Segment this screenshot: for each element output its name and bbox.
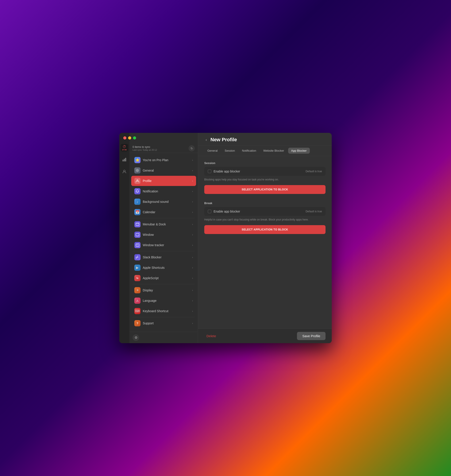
sidebar-label-pro: You're on Pro Plan bbox=[143, 158, 192, 162]
sidebar-item-menubar[interactable]: Menubar & Dock › bbox=[131, 219, 196, 229]
sidebar-item-window[interactable]: Window › bbox=[131, 230, 196, 240]
close-button[interactable] bbox=[123, 136, 126, 140]
sidebar-label-slack: Slack Blocker bbox=[143, 255, 192, 259]
sidebar-item-calendar[interactable]: 📅 Calendar › bbox=[131, 207, 196, 217]
stats-icon[interactable] bbox=[121, 156, 128, 163]
menubar-icon bbox=[134, 221, 141, 227]
sidebar-item-support[interactable]: ? Support › bbox=[131, 318, 196, 328]
timer-clock-icon: ⏱ bbox=[123, 145, 126, 149]
sidebar-label-bg-sound: Background sound bbox=[143, 200, 192, 203]
sidebar-item-notification[interactable]: Notification › bbox=[131, 186, 196, 196]
sidebar-label-general: General bbox=[143, 169, 192, 172]
session-section: Session Enable app blocker Default is tr… bbox=[204, 161, 326, 199]
session-select-app-button[interactable]: SELECT APPLICATION TO BLOCK bbox=[204, 185, 326, 194]
svg-point-4 bbox=[137, 170, 138, 171]
sidebar-item-display[interactable]: ☀ Display › bbox=[131, 285, 196, 295]
app-window: ⏱ 27:58 0 items t bbox=[119, 133, 332, 343]
maximize-button[interactable] bbox=[133, 136, 136, 140]
divider-1 bbox=[132, 218, 195, 218]
chevron-icon: › bbox=[192, 244, 193, 246]
traffic-lights bbox=[123, 136, 136, 140]
session-toggle-label: Enable app blocker bbox=[213, 170, 306, 173]
sidebar-item-profile[interactable]: Profile › bbox=[131, 176, 196, 186]
divider-4 bbox=[132, 317, 195, 317]
sidebar-label-support: Support bbox=[143, 322, 192, 325]
minimize-button[interactable] bbox=[128, 136, 131, 140]
back-button[interactable]: ‹ bbox=[204, 137, 208, 143]
sidebar-item-slack[interactable]: Slack Blocker › bbox=[131, 252, 196, 262]
sidebar-list: ⭐ You're on Pro Plan › General › bbox=[129, 154, 198, 332]
chevron-icon: › bbox=[192, 256, 193, 259]
chevron-icon: › bbox=[192, 289, 193, 292]
break-enable-checkbox[interactable] bbox=[208, 210, 211, 213]
svg-rect-11 bbox=[136, 257, 137, 258]
settings-button[interactable]: ⚙ bbox=[132, 334, 139, 341]
sidebar-label-window-tracker: Window tracker bbox=[143, 243, 192, 247]
chevron-icon: › bbox=[192, 299, 193, 302]
sidebar-label-applescript: AppleScript bbox=[143, 276, 192, 280]
tab-notification[interactable]: Notification bbox=[239, 148, 259, 154]
star-icon: ⭐ bbox=[134, 157, 141, 163]
sidebar-label-window: Window bbox=[143, 233, 192, 236]
main-content: ‹ New Profile General Session Notificati… bbox=[198, 133, 332, 343]
keyboard-icon: ⌨ bbox=[134, 308, 141, 314]
sidebar-item-background-sound[interactable]: ♪ Background sound › bbox=[131, 197, 196, 207]
sidebar-label-shortcuts: Apple Shortcuts bbox=[143, 266, 192, 269]
svg-rect-13 bbox=[136, 258, 137, 259]
break-helper-text: Helpful in case you can't stop focusing … bbox=[204, 218, 326, 222]
sidebar-label-language: Language bbox=[143, 299, 192, 302]
sidebar-label-calendar: Calendar bbox=[143, 210, 192, 214]
svg-rect-12 bbox=[137, 257, 138, 258]
tracker-icon bbox=[134, 242, 141, 248]
svg-rect-6 bbox=[136, 223, 139, 226]
chevron-icon: › bbox=[192, 200, 193, 203]
display-icon: ☀ bbox=[134, 287, 141, 293]
sidebar-item-language[interactable]: A Language › bbox=[131, 296, 196, 306]
sidebar-label-display: Display bbox=[143, 288, 192, 292]
chevron-icon: › bbox=[192, 233, 193, 236]
tab-session[interactable]: Session bbox=[221, 148, 238, 154]
save-profile-button[interactable]: Save Profile bbox=[297, 332, 326, 340]
timer-label: 27:58 bbox=[122, 149, 127, 151]
break-select-app-button[interactable]: SELECT APPLICATION TO BLOCK bbox=[204, 225, 326, 234]
sidebar-label-menubar: Menubar & Dock bbox=[143, 222, 192, 226]
sidebar-item-pro[interactable]: ⭐ You're on Pro Plan › bbox=[131, 155, 196, 165]
sidebar-item-applescript[interactable]: fx AppleScript › bbox=[131, 273, 196, 283]
session-default-label: Default is true bbox=[306, 170, 322, 173]
svg-rect-8 bbox=[136, 233, 139, 236]
session-helper-text: Blocking apps help you stay focused on t… bbox=[204, 178, 326, 182]
delete-button[interactable]: Delete bbox=[204, 333, 218, 339]
support-icon: ? bbox=[134, 320, 141, 326]
tab-general[interactable]: General bbox=[204, 148, 221, 154]
chevron-icon: › bbox=[192, 211, 193, 213]
tab-app-blocker[interactable]: App Blocker bbox=[288, 148, 310, 154]
break-section: Break Enable app blocker Default is true… bbox=[204, 202, 326, 239]
sidebar-item-apple-shortcuts[interactable]: ▶ Apple Shortcuts › bbox=[131, 263, 196, 273]
user-icon[interactable] bbox=[121, 168, 128, 175]
calendar-icon: 📅 bbox=[134, 209, 141, 215]
bell-icon bbox=[134, 188, 141, 194]
sync-area: 0 items to sync Last sync Today at 20:12… bbox=[129, 143, 198, 153]
left-icon-strip: ⏱ 27:58 bbox=[119, 133, 129, 343]
sidebar-item-window-tracker[interactable]: Window tracker › bbox=[131, 240, 196, 250]
sidebar-item-keyboard[interactable]: ⌨ Keyboard Shortcut › bbox=[131, 306, 196, 316]
chevron-icon: › bbox=[192, 322, 193, 324]
sync-button[interactable]: ↻ bbox=[188, 145, 195, 152]
applescript-icon: fx bbox=[134, 275, 141, 281]
chevron-icon: › bbox=[192, 266, 193, 269]
break-section-title: Break bbox=[204, 202, 326, 205]
sidebar-item-general[interactable]: General › bbox=[131, 165, 196, 176]
session-enable-checkbox[interactable] bbox=[208, 170, 211, 173]
session-toggle-row: Enable app blocker Default is true bbox=[204, 167, 326, 176]
svg-rect-2 bbox=[125, 158, 126, 161]
sync-count: 0 items to sync bbox=[132, 146, 157, 149]
music-icon: ♪ bbox=[134, 199, 141, 205]
chevron-icon: › bbox=[192, 159, 193, 161]
chevron-icon: › bbox=[192, 169, 193, 172]
sidebar-label-keyboard: Keyboard Shortcut bbox=[143, 309, 192, 313]
shortcuts-icon: ▶ bbox=[134, 265, 141, 271]
divider-2 bbox=[132, 251, 195, 251]
gear-icon bbox=[134, 167, 141, 174]
tab-website-blocker[interactable]: Website Blocker bbox=[260, 148, 287, 154]
break-toggle-label: Enable app blocker bbox=[213, 210, 306, 213]
